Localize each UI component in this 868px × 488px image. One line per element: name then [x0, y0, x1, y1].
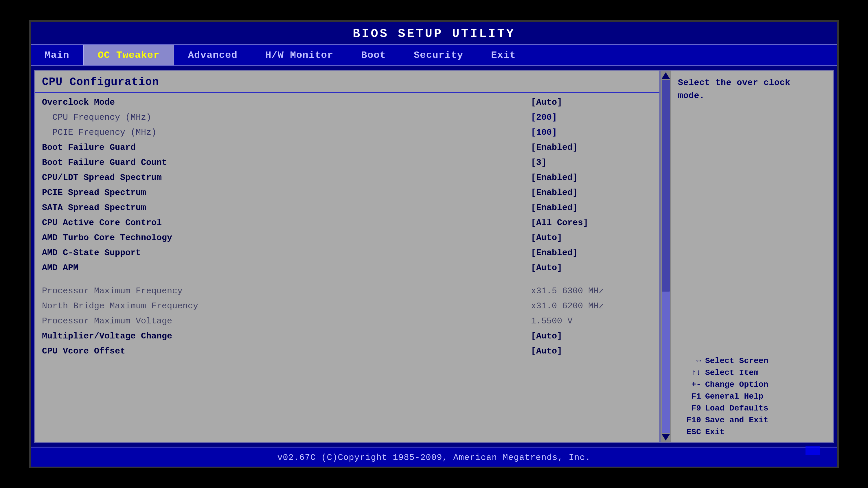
setting-row-boot-failure-guard[interactable]: Boot Failure Guard [Enabled] [35, 140, 659, 155]
setting-name-cpu-ldt-spread: CPU/LDT Spread Spectrum [42, 173, 531, 183]
setting-name-pcie-freq: PCIE Frequency (MHz) [42, 128, 531, 137]
setting-row-overclock-mode[interactable]: Overclock Mode [Auto] [35, 95, 659, 110]
setting-name-proc-max-volt: Processor Maximum Voltage [42, 316, 531, 326]
help-text: Select the over clockmode. [678, 76, 826, 102]
setting-row-proc-max-volt: Processor Maximum Voltage 1.5500 V [35, 314, 659, 329]
setting-name-mult-volt-change: Multiplier/Voltage Change [42, 331, 531, 341]
setting-name-boot-failure-guard-count: Boot Failure Guard Count [42, 158, 531, 167]
tab-exit[interactable]: Exit [477, 45, 530, 65]
key-symbol-plusminus: +- [678, 380, 701, 389]
setting-row-nb-max-freq: North Bridge Maximum Frequency x31.0 620… [35, 298, 659, 314]
scrollbar-down-arrow[interactable] [662, 434, 670, 441]
key-hint-f10: F10 Save and Exit [678, 416, 826, 425]
key-label-select-screen: Select Screen [705, 356, 768, 365]
key-hint-f1: F1 General Help [678, 392, 826, 401]
scrollbar-up-arrow[interactable] [662, 72, 670, 79]
setting-name-cpu-freq: CPU Frequency (MHz) [42, 112, 531, 122]
key-symbol-f10: F10 [678, 416, 701, 425]
setting-value-amd-apm: [Auto] [531, 263, 652, 273]
bios-title: BIOS SETUP UTILITY [31, 22, 837, 44]
scrollbar[interactable] [660, 71, 671, 442]
key-label-load-defaults: Load Defaults [705, 404, 768, 413]
setting-row-amd-cstate[interactable]: AMD C-State Support [Enabled] [35, 245, 659, 260]
setting-row-proc-max-freq: Processor Maximum Frequency x31.5 6300 M… [35, 284, 659, 298]
setting-value-cpu-ldt-spread: [Enabled] [531, 173, 652, 183]
nav-tabs: Main OC Tweaker Advanced H/W Monitor Boo… [31, 44, 837, 66]
setting-name-nb-max-freq: North Bridge Maximum Frequency [42, 301, 531, 311]
setting-row-amd-apm[interactable]: AMD APM [Auto] [35, 260, 659, 275]
setting-value-cpu-freq: [200] [531, 112, 652, 122]
setting-value-amd-turbo: [Auto] [531, 233, 652, 243]
key-label-exit: Exit [705, 427, 724, 436]
scrollbar-track [662, 80, 670, 433]
setting-value-amd-cstate: [Enabled] [531, 248, 652, 258]
setting-name-amd-turbo: AMD Turbo Core Technology [42, 233, 531, 243]
key-label-save-exit: Save and Exit [705, 416, 768, 425]
setting-name-amd-apm: AMD APM [42, 263, 531, 273]
key-symbol-leftright: ↔ [678, 356, 701, 365]
setting-row-spacer [35, 275, 659, 284]
setting-name-proc-max-freq: Processor Maximum Frequency [42, 286, 531, 296]
setting-row-amd-turbo[interactable]: AMD Turbo Core Technology [Auto] [35, 230, 659, 245]
setting-value-pcie-spread: [Enabled] [531, 188, 652, 198]
setting-value-pcie-freq: [100] [531, 128, 652, 137]
setting-name-cpu-active-core: CPU Active Core Control [42, 218, 531, 228]
setting-name-overclock-mode: Overclock Mode [42, 97, 531, 107]
key-symbol-f9: F9 [678, 404, 701, 413]
setting-row-pcie-spread[interactable]: PCIE Spread Spectrum [Enabled] [35, 185, 659, 200]
setting-row-cpu-ldt-spread[interactable]: CPU/LDT Spread Spectrum [Enabled] [35, 170, 659, 185]
key-label-change-option: Change Option [705, 380, 768, 389]
setting-row-sata-spread[interactable]: SATA Spread Spectrum [Enabled] [35, 200, 659, 215]
key-symbol-esc: ESC [678, 427, 701, 436]
setting-name-cpu-vcore-offset: CPU Vcore Offset [42, 346, 531, 356]
setting-row-cpu-active-core[interactable]: CPU Active Core Control [All Cores] [35, 215, 659, 230]
setting-value-sata-spread: [Enabled] [531, 203, 652, 213]
right-panel: Select the over clockmode. ↔ Select Scre… [671, 71, 833, 442]
key-hint-change-option: +- Change Option [678, 380, 826, 389]
key-label-general-help: General Help [705, 392, 764, 401]
setting-name-boot-failure-guard: Boot Failure Guard [42, 142, 531, 153]
setting-value-proc-max-freq: x31.5 6300 MHz [531, 286, 652, 296]
scrollbar-thumb[interactable] [662, 80, 670, 292]
tab-main[interactable]: Main [31, 45, 83, 65]
setting-value-boot-failure-guard-count: [3] [531, 158, 652, 167]
key-hints: ↔ Select Screen ↑↓ Select Item +- Change… [678, 356, 826, 436]
settings-list: Overclock Mode [Auto] CPU Frequency (MHz… [35, 93, 659, 442]
key-label-select-item: Select Item [705, 368, 758, 377]
key-hint-select-item: ↑↓ Select Item [678, 368, 826, 377]
key-symbol-updown: ↑↓ [678, 368, 701, 377]
setting-name-pcie-spread: PCIE Spread Spectrum [42, 188, 531, 198]
tab-hw-monitor[interactable]: H/W Monitor [251, 45, 347, 65]
key-hint-f9: F9 Load Defaults [678, 404, 826, 413]
setting-row-cpu-vcore-offset[interactable]: CPU Vcore Offset [Auto] [35, 344, 659, 359]
section-title: CPU Configuration [35, 71, 659, 93]
setting-value-cpu-active-core: [All Cores] [531, 218, 652, 228]
setting-value-nb-max-freq: x31.0 6200 MHz [531, 301, 652, 311]
setting-row-cpu-freq[interactable]: CPU Frequency (MHz) [200] [35, 110, 659, 125]
setting-value-overclock-mode: [Auto] [531, 97, 652, 107]
main-content: CPU Configuration Overclock Mode [Auto] … [34, 70, 834, 443]
tab-boot[interactable]: Boot [347, 45, 400, 65]
left-panel: CPU Configuration Overclock Mode [Auto] … [35, 71, 660, 442]
key-symbol-f1: F1 [678, 392, 701, 401]
setting-value-proc-max-volt: 1.5500 V [531, 316, 652, 326]
key-hint-esc: ESC Exit [678, 427, 826, 436]
setting-row-mult-volt-change[interactable]: Multiplier/Voltage Change [Auto] [35, 329, 659, 344]
tab-oc-tweaker[interactable]: OC Tweaker [83, 45, 174, 65]
setting-value-mult-volt-change: [Auto] [531, 331, 652, 341]
bios-screen: BIOS SETUP UTILITY Main OC Tweaker Advan… [29, 20, 839, 468]
cursor-indicator [806, 446, 820, 455]
setting-name-amd-cstate: AMD C-State Support [42, 248, 531, 258]
tab-security[interactable]: Security [400, 45, 477, 65]
tab-advanced[interactable]: Advanced [174, 45, 251, 65]
setting-value-boot-failure-guard: [Enabled] [531, 142, 652, 153]
setting-row-pcie-freq[interactable]: PCIE Frequency (MHz) [100] [35, 125, 659, 140]
setting-name-sata-spread: SATA Spread Spectrum [42, 203, 531, 213]
setting-row-boot-failure-guard-count[interactable]: Boot Failure Guard Count [3] [35, 155, 659, 170]
key-hint-select-screen: ↔ Select Screen [678, 356, 826, 365]
setting-value-cpu-vcore-offset: [Auto] [531, 346, 652, 356]
footer: v02.67C (C)Copyright 1985-2009, American… [31, 447, 837, 466]
